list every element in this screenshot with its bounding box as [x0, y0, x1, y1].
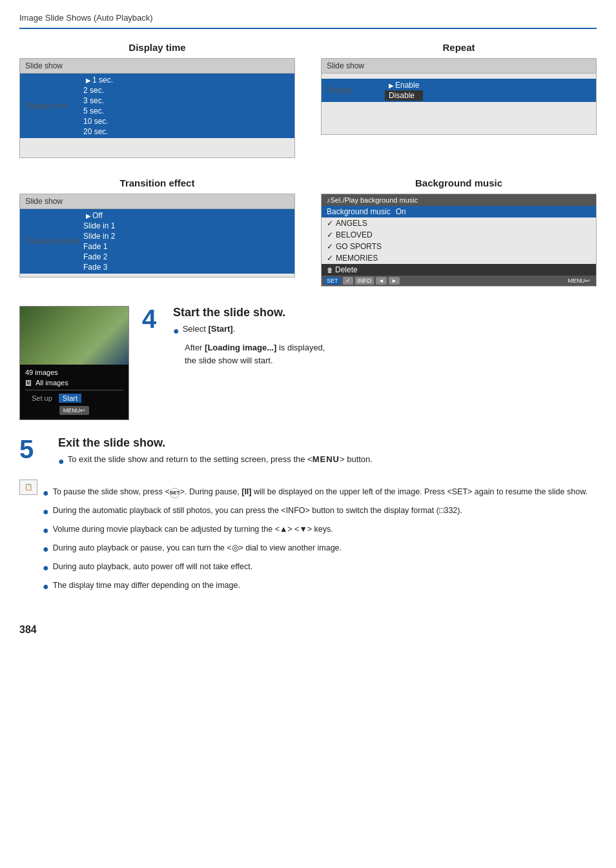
gosports-label: GO SPORTS	[336, 242, 382, 251]
display-time-title: Display time	[19, 42, 295, 53]
transition-label: Transition effect	[25, 237, 83, 246]
step5-body: ● To exit the slide show and return to t…	[58, 453, 597, 470]
repeat-options: ▶Enable Disable	[385, 80, 423, 101]
repeat-menu: Slide show Repeat ▶Enable Disable	[321, 58, 597, 135]
transition-row[interactable]: Transition effect ▶Off Slide in 1 Slide …	[20, 209, 294, 274]
slideshow-menu-footer: MENU↩	[25, 404, 123, 417]
repeat-label: Repeat	[327, 86, 385, 95]
step5-section: 5 Exit the slide show. ● To exit the sli…	[19, 436, 597, 470]
transition-fade2[interactable]: Fade 2	[83, 252, 115, 262]
beloved-label: BELOVED	[336, 230, 373, 239]
note-2: ● During the automatic playback of still…	[43, 505, 597, 520]
check-btn[interactable]: ✓	[343, 277, 353, 285]
display-time-options: ▶1 sec. 2 sec. 3 sec. 5 sec. 10 sec. 20 …	[83, 75, 116, 137]
slideshow-image	[20, 307, 128, 365]
track-gosports[interactable]: ✓ GO SPORTS	[322, 241, 596, 252]
step4-select: Select [Start].	[183, 323, 236, 336]
step4-text: Start the slide show. ● Select [Start]. …	[173, 306, 325, 368]
delete-row[interactable]: 🗑 Delete	[322, 264, 596, 276]
note-1: ● To pause the slide show, press <SET>. …	[43, 486, 597, 501]
track-beloved[interactable]: ✓ BELOVED	[322, 229, 596, 241]
option-20sec[interactable]: 20 sec.	[83, 126, 116, 137]
step5-text: To exit the slide show and return to the…	[68, 453, 373, 467]
bg-music-menu: ♪Sel./Play background music Background m…	[321, 194, 597, 287]
bg-music-row[interactable]: Background music On	[322, 206, 596, 217]
repeat-title: Repeat	[321, 42, 597, 53]
bg-music-value: On	[396, 207, 406, 216]
prev-btn[interactable]: ◄	[376, 277, 387, 285]
check-gosports: ✓	[327, 242, 333, 251]
step4-section: 49 images 🖼 All images Set up Start MENU…	[19, 306, 597, 420]
option-1sec[interactable]: ▶1 sec.	[83, 75, 116, 85]
option-3sec[interactable]: 3 sec.	[83, 96, 116, 106]
bg-music-header: ♪Sel./Play background music	[322, 194, 596, 206]
check-memories: ✓	[327, 254, 333, 263]
next-btn[interactable]: ►	[389, 277, 400, 285]
header-divider	[19, 28, 597, 29]
step4-bullet: ●	[173, 323, 180, 339]
repeat-enable[interactable]: ▶Enable	[385, 80, 423, 90]
note-icon: 📋	[19, 479, 37, 495]
slideshow-overlay: 49 images 🖼 All images Set up Start MENU…	[20, 365, 128, 419]
option-5sec[interactable]: 5 sec.	[83, 106, 116, 116]
start-item[interactable]: Start	[59, 394, 81, 403]
bg-music-label: Background music	[327, 207, 391, 216]
image-count: 49 images	[25, 368, 58, 376]
top-panels: Display time Slide show Display time ▶1 …	[19, 42, 597, 158]
transition-fade3[interactable]: Fade 3	[83, 262, 115, 272]
all-images-label: All images	[36, 379, 68, 387]
notes-section: ● To pause the slide show, press <SET>. …	[43, 486, 597, 598]
delete-label: Delete	[335, 265, 358, 274]
note-3: ● Volume during movie playback can be ad…	[43, 523, 597, 538]
transition-title: Transition effect	[19, 177, 295, 188]
display-time-section: Display time Slide show Display time ▶1 …	[19, 42, 295, 158]
all-images-row: 🖼 All images	[25, 378, 123, 388]
page-header: Image Slide Shows (Auto Playback)	[19, 13, 597, 23]
repeat-section: Repeat Slide show Repeat ▶Enable Disable	[321, 42, 597, 158]
step4-body: ● Select [Start]. After [Loading image..…	[173, 323, 325, 368]
step4-title: Start the slide show.	[173, 306, 325, 319]
repeat-menu-header: Slide show	[322, 59, 596, 74]
check-angels: ✓	[327, 219, 333, 228]
step4-number: 4	[142, 306, 168, 332]
display-time-menu: Slide show Display time ▶1 sec. 2 sec. 3…	[19, 58, 295, 158]
info-btn[interactable]: INFO	[355, 277, 375, 285]
display-time-row[interactable]: Display time ▶1 sec. 2 sec. 3 sec. 5 sec…	[20, 74, 294, 138]
transition-fade1[interactable]: Fade 1	[83, 241, 115, 252]
set-btn[interactable]: SET	[324, 277, 341, 285]
repeat-disable[interactable]: Disable	[385, 90, 423, 101]
menu-btn-footer[interactable]: MENU↩	[565, 277, 594, 285]
slideshow-mockup: 49 images 🖼 All images Set up Start MENU…	[19, 306, 129, 420]
transition-options: ▶Off Slide in 1 Slide in 2 Fade 1 Fade 2…	[83, 210, 115, 272]
step4-after: After [Loading image...] is displayed,th…	[185, 341, 325, 368]
image-count-row: 49 images	[25, 367, 123, 378]
page-number: 384	[19, 624, 597, 636]
transition-slide2[interactable]: Slide in 2	[83, 231, 115, 241]
mid-panels: Transition effect Slide show Transition …	[19, 177, 597, 287]
note-5: ● During auto playback, auto power off w…	[43, 561, 597, 576]
display-time-menu-header: Slide show	[20, 59, 294, 74]
transition-menu: Slide show Transition effect ▶Off Slide …	[19, 194, 295, 278]
setup-item[interactable]: Set up	[28, 394, 56, 403]
note-4: ● During auto playback or pause, you can…	[43, 542, 597, 557]
option-2sec[interactable]: 2 sec.	[83, 85, 116, 96]
slideshow-menu-row: Set up Start	[25, 392, 123, 404]
step5-bullet: ●	[58, 453, 65, 470]
delete-icon: 🗑	[327, 267, 333, 274]
track-angels[interactable]: ✓ ANGELS	[322, 217, 596, 229]
step5-title: Exit the slide show.	[58, 436, 597, 450]
memories-label: MEMORIES	[336, 254, 378, 263]
option-10sec[interactable]: 10 sec.	[83, 116, 116, 126]
all-images-icon: 🖼	[25, 379, 32, 387]
repeat-row[interactable]: Repeat ▶Enable Disable	[322, 79, 596, 102]
transition-slide1[interactable]: Slide in 1	[83, 221, 115, 231]
transition-menu-header: Slide show	[20, 194, 294, 209]
bg-music-section: Background music ♪Sel./Play background m…	[321, 177, 597, 287]
display-time-label: Display time	[25, 101, 83, 110]
track-memories[interactable]: ✓ MEMORIES	[322, 252, 596, 264]
angels-label: ANGELS	[336, 219, 367, 228]
step4-content: 4 Start the slide show. ● Select [Start]…	[142, 306, 325, 368]
notes-wrapper: 📋 ● To pause the slide show, press <SET>…	[19, 479, 597, 611]
slideshow-menu-btn[interactable]: MENU↩	[59, 406, 90, 415]
transition-off[interactable]: ▶Off	[83, 210, 115, 221]
